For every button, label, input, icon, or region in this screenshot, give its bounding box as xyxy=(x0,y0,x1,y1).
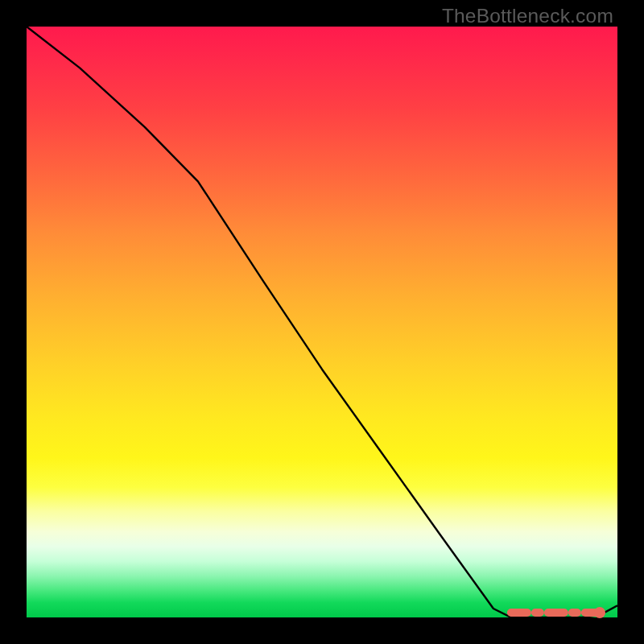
watermark-text: TheBottleneck.com xyxy=(442,5,613,27)
chart-svg xyxy=(27,27,617,617)
outer-frame: TheBottleneck.com xyxy=(0,0,644,644)
optimal-range-end-dot xyxy=(594,607,605,618)
bottleneck-curve xyxy=(27,27,617,617)
